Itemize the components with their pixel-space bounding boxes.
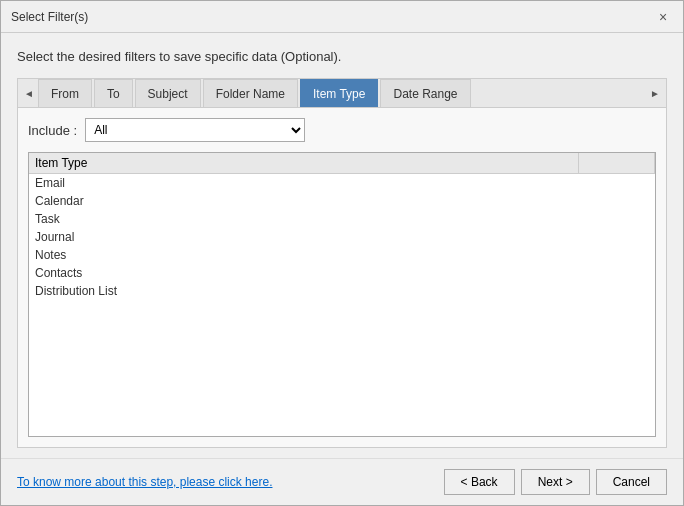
tabs-list: FromToSubjectFolder NameItem TypeDate Ra… [38, 79, 646, 107]
cell-value [579, 228, 655, 246]
cell-item-type: Distribution List [29, 282, 579, 300]
cell-value [579, 174, 655, 193]
cell-value [579, 282, 655, 300]
include-select[interactable]: AllEmailCalendarTaskJournalNotesContacts… [85, 118, 305, 142]
cell-item-type: Contacts [29, 264, 579, 282]
back-button[interactable]: < Back [444, 469, 515, 495]
table-row[interactable]: Distribution List [29, 282, 655, 300]
cell-item-type: Task [29, 210, 579, 228]
table-row[interactable]: Task [29, 210, 655, 228]
title-bar: Select Filter(s) × [1, 1, 683, 33]
select-filters-dialog: Select Filter(s) × Select the desired fi… [0, 0, 684, 506]
table-row[interactable]: Contacts [29, 264, 655, 282]
cell-item-type: Notes [29, 246, 579, 264]
cell-item-type: Journal [29, 228, 579, 246]
table-row[interactable]: Email [29, 174, 655, 193]
tab-to[interactable]: To [94, 79, 133, 107]
col-item-type: Item Type [29, 153, 579, 174]
include-label: Include : [28, 123, 77, 138]
cell-item-type: Email [29, 174, 579, 193]
help-link[interactable]: To know more about this step, please cli… [17, 475, 272, 489]
data-table: Item Type EmailCalendarTaskJournalNotesC… [29, 153, 655, 300]
cell-item-type: Calendar [29, 192, 579, 210]
instruction-text: Select the desired filters to save speci… [17, 49, 667, 64]
tab-item-type[interactable]: Item Type [300, 79, 378, 107]
cell-value [579, 192, 655, 210]
tab-subject[interactable]: Subject [135, 79, 201, 107]
table-body: EmailCalendarTaskJournalNotesContactsDis… [29, 174, 655, 301]
tabs-container: ◄ FromToSubjectFolder NameItem TypeDate … [17, 78, 667, 107]
table-row[interactable]: Journal [29, 228, 655, 246]
table-header-row: Item Type [29, 153, 655, 174]
data-table-wrapper: Item Type EmailCalendarTaskJournalNotesC… [28, 152, 656, 437]
next-button[interactable]: Next > [521, 469, 590, 495]
include-row: Include : AllEmailCalendarTaskJournalNot… [28, 118, 656, 142]
close-button[interactable]: × [653, 7, 673, 27]
footer-buttons: < Back Next > Cancel [444, 469, 667, 495]
table-row[interactable]: Calendar [29, 192, 655, 210]
tab-scroll-right[interactable]: ► [646, 79, 664, 107]
cancel-button[interactable]: Cancel [596, 469, 667, 495]
cell-value [579, 246, 655, 264]
dialog-title: Select Filter(s) [11, 10, 88, 24]
dialog-footer: To know more about this step, please cli… [1, 458, 683, 505]
tab-folder-name[interactable]: Folder Name [203, 79, 298, 107]
tab-content: Include : AllEmailCalendarTaskJournalNot… [17, 107, 667, 448]
cell-value [579, 264, 655, 282]
tab-scroll-left[interactable]: ◄ [20, 79, 38, 107]
cell-value [579, 210, 655, 228]
dialog-body: Select the desired filters to save speci… [1, 33, 683, 458]
tab-date-range[interactable]: Date Range [380, 79, 470, 107]
col-value [579, 153, 655, 174]
table-row[interactable]: Notes [29, 246, 655, 264]
tab-from[interactable]: From [38, 79, 92, 107]
